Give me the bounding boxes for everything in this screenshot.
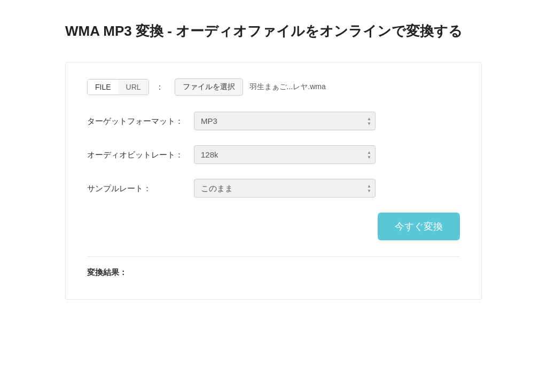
format-row: ターゲットフォーマット： MP3 WAV AAC OGG FLAC M4A ▲ … bbox=[87, 112, 460, 130]
samplerate-label: サンプルレート： bbox=[87, 183, 194, 195]
convert-row: 今すぐ変換 bbox=[87, 213, 460, 240]
page-title: WMA MP3 変換 - オーディオファイルをオンラインで変換する bbox=[65, 21, 482, 41]
bitrate-select-wrapper: 64k 96k 128k 192k 256k 320k ▲ ▼ bbox=[194, 145, 376, 164]
file-separator: ： bbox=[155, 82, 164, 93]
tab-url[interactable]: URL bbox=[119, 80, 149, 95]
samplerate-row: サンプルレート： このまま 8000 Hz 11025 Hz 16000 Hz … bbox=[87, 179, 460, 198]
file-input-row: FILE URL ： ファイルを選択 羽生まぁご...レヤ.wma bbox=[87, 79, 460, 96]
result-label: 変換結果： bbox=[87, 268, 460, 278]
form-container: FILE URL ： ファイルを選択 羽生まぁご...レヤ.wma ターゲットフ… bbox=[65, 62, 482, 300]
choose-file-button[interactable]: ファイルを選択 bbox=[175, 79, 243, 96]
tab-file[interactable]: FILE bbox=[88, 80, 119, 95]
format-select[interactable]: MP3 WAV AAC OGG FLAC M4A bbox=[194, 112, 376, 130]
bitrate-select[interactable]: 64k 96k 128k 192k 256k 320k bbox=[194, 145, 376, 164]
bitrate-row: オーディオビットレート： 64k 96k 128k 192k 256k 320k… bbox=[87, 145, 460, 164]
page-container: WMA MP3 変換 - オーディオファイルをオンラインで変換する FILE U… bbox=[33, 0, 514, 321]
convert-button[interactable]: 今すぐ変換 bbox=[378, 213, 460, 240]
format-select-wrapper: MP3 WAV AAC OGG FLAC M4A ▲ ▼ bbox=[194, 112, 376, 130]
bitrate-label: オーディオビットレート： bbox=[87, 149, 194, 161]
format-label: ターゲットフォーマット： bbox=[87, 115, 194, 128]
filename-display: 羽生まぁご...レヤ.wma bbox=[249, 82, 326, 92]
file-tab-group: FILE URL bbox=[87, 79, 149, 95]
divider bbox=[87, 256, 460, 257]
samplerate-select[interactable]: このまま 8000 Hz 11025 Hz 16000 Hz 22050 Hz … bbox=[194, 179, 376, 198]
samplerate-select-wrapper: このまま 8000 Hz 11025 Hz 16000 Hz 22050 Hz … bbox=[194, 179, 376, 198]
